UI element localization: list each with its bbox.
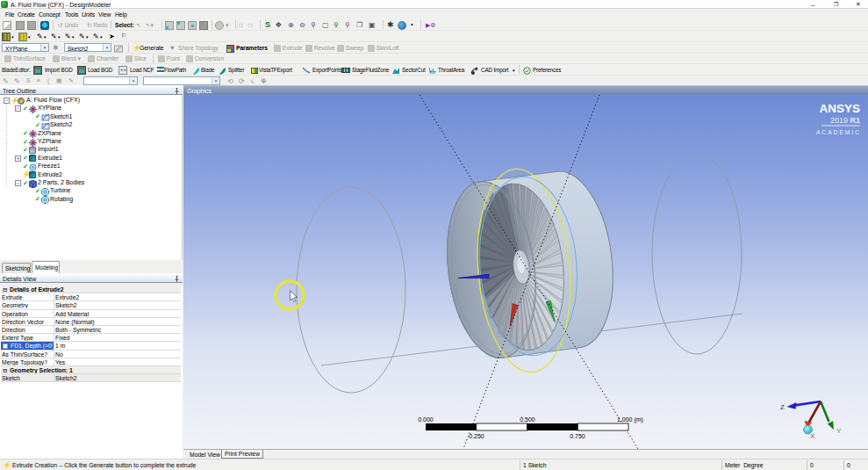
svg-text:Y: Y	[836, 427, 842, 435]
svg-text:ACADEMIC: ACADEMIC	[816, 129, 861, 135]
svg-text:0.000: 0.000	[418, 416, 434, 423]
svg-text:ANSYS: ANSYS	[819, 102, 860, 115]
svg-text:Z: Z	[780, 403, 785, 411]
svg-text:0.250: 0.250	[469, 433, 484, 439]
svg-text:0.750: 0.750	[570, 433, 585, 439]
svg-text:0.500: 0.500	[520, 416, 535, 423]
svg-text:1.000 (m): 1.000 (m)	[617, 416, 643, 423]
svg-text:X: X	[810, 432, 815, 440]
svg-text:2019 R1: 2019 R1	[830, 116, 860, 125]
